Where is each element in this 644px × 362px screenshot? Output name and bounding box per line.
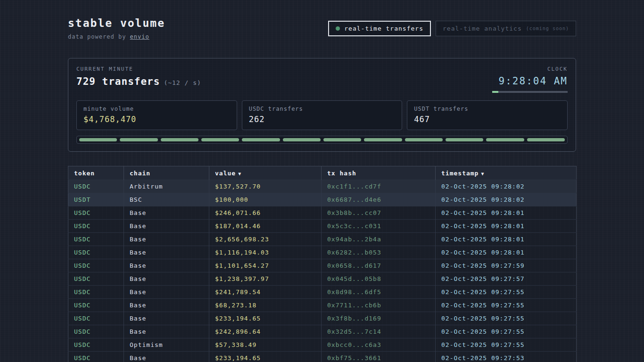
tx-hash-link[interactable]: 0x0658...d617 [322,259,436,272]
column-header-timestamp[interactable]: timestamp▼ [436,166,577,180]
column-header-value[interactable]: value▼ [209,166,322,180]
topbar: stable volume data powered by envio real… [68,17,576,40]
minute-segments-bar [76,136,568,144]
minute-segment [364,138,402,141]
stat-box-minute-volume: minute volume$4,768,470 [76,100,237,130]
minute-segment [486,138,524,141]
token-cell: USDC [68,325,124,338]
stat-label: minute volume [83,106,230,112]
tx-hash-link[interactable]: 0xbcc0...c6a3 [322,338,436,352]
chain-cell: BSC [124,193,209,206]
tab-real-time-analytics[interactable]: real-time analytics (coming soon) [436,21,576,36]
table-row: USDTBSC$100,0000x6687...d4e602-Oct-2025 … [68,193,577,206]
table-row: USDCBase$241,789.540x8d98...6df502-Oct-2… [68,286,577,299]
current-minute-block: CURRENT MINUTE 729 transfers (~12 / s) [76,66,201,87]
token-cell: USDC [68,206,124,220]
tx-hash-link[interactable]: 0x8d98...6df5 [322,286,436,299]
live-dot-icon [336,26,340,31]
token-cell: USDC [68,233,124,246]
value-cell: $1,101,654.27 [209,259,322,272]
table-row: USDCBase$187,014.460x5c3c...c03102-Oct-2… [68,220,577,233]
token-cell: USDC [68,259,124,272]
current-minute-panel: CURRENT MINUTE 729 transfers (~12 / s) C… [68,58,576,152]
tx-hash-link[interactable]: 0x5c3c...c031 [322,220,436,233]
timestamp-cell: 02-Oct-2025 09:27:57 [436,272,577,286]
clock-block: CLOCK 9:28:04 AM [492,66,568,93]
token-cell: USDC [68,312,124,325]
token-cell: USDC [68,352,124,362]
table-row: USDCBase$68,273.180x7711...cb6b02-Oct-20… [68,299,577,312]
tx-hash-link[interactable]: 0x94ab...2b4a [322,233,436,246]
chain-cell: Base [124,206,209,220]
transfers-line: 729 transfers (~12 / s) [76,76,201,87]
minute-segment [79,138,117,141]
minute-segment [527,138,565,141]
value-cell: $1,116,194.03 [209,246,322,259]
value-cell: $187,014.46 [209,220,322,233]
timestamp-cell: 02-Oct-2025 09:28:01 [436,246,577,259]
page-subtitle: data powered by envio [68,33,165,40]
chain-cell: Base [124,259,209,272]
tab-real-time-transfers[interactable]: real-time transfers [328,21,431,36]
table-row: USDCBase$1,238,397.970x045d...05b802-Oct… [68,272,577,286]
table-header-row: tokenchainvalue▼tx hashtimestamp▼ [68,166,577,180]
value-cell: $233,194.65 [209,312,322,325]
tx-hash-link[interactable]: 0x6687...d4e6 [322,193,436,206]
chain-cell: Base [124,352,209,362]
clock-label: CLOCK [492,66,568,72]
tx-hash-link[interactable]: 0xbf75...3661 [322,352,436,362]
column-header-chain: chain [124,166,209,180]
tx-hash-link[interactable]: 0x3f8b...d169 [322,312,436,325]
table-row: USDCBase$246,071.660x3b8b...cc0702-Oct-2… [68,206,577,220]
tx-hash-link[interactable]: 0x3b8b...cc07 [322,206,436,220]
table-row: USDCBase$242,896.640x32d5...7c1402-Oct-2… [68,325,577,338]
timestamp-cell: 02-Oct-2025 09:27:55 [436,299,577,312]
chain-cell: Base [124,325,209,338]
table-row: USDCArbitrum$137,527.700xc1f1...cd7f02-O… [68,180,577,193]
table-body: USDCArbitrum$137,527.700xc1f1...cd7f02-O… [68,180,577,362]
page-title: stable volume [68,17,165,29]
minute-progress-bar [492,91,568,93]
token-cell: USDC [68,286,124,299]
value-cell: $57,338.49 [209,338,322,352]
minute-segment [201,138,239,141]
minute-segment [242,138,280,141]
chain-cell: Arbitrum [124,180,209,193]
timestamp-cell: 02-Oct-2025 09:27:55 [436,312,577,325]
minute-segment [120,138,157,141]
subtitle-text: data powered by [68,33,130,40]
tab-label: real-time analytics [443,25,522,32]
value-cell: $242,896.64 [209,325,322,338]
stat-box-usdc-transfers: USDC transfers262 [242,100,403,130]
token-cell: USDC [68,180,124,193]
timestamp-cell: 02-Oct-2025 09:27:55 [436,286,577,299]
value-cell: $233,194.65 [209,352,322,362]
tx-hash-link[interactable]: 0xc1f1...cd7f [322,180,436,193]
coming-soon-badge: (coming soon) [526,26,569,31]
tx-hash-link[interactable]: 0x32d5...7c14 [322,325,436,338]
value-cell: $100,000 [209,193,322,206]
table-row: USDCBase$1,101,654.270x0658...d61702-Oct… [68,259,577,272]
transfers-rate: (~12 / s) [164,79,201,86]
tab-label: real-time transfers [344,25,423,32]
timestamp-cell: 02-Oct-2025 09:28:02 [436,180,577,193]
token-cell: USDC [68,338,124,352]
table-row: USDCBase$2,656,698.230x94ab...2b4a02-Oct… [68,233,577,246]
timestamp-cell: 02-Oct-2025 09:28:02 [436,193,577,206]
tx-hash-link[interactable]: 0x7711...cb6b [322,299,436,312]
timestamp-cell: 02-Oct-2025 09:28:01 [436,220,577,233]
token-cell: USDC [68,272,124,286]
stat-label: USDT transfers [414,106,561,112]
value-cell: $68,273.18 [209,299,322,312]
timestamp-cell: 02-Oct-2025 09:28:01 [436,233,577,246]
envio-link[interactable]: envio [130,33,149,40]
table-row: USDCBase$233,194.650x3f8b...d16902-Oct-2… [68,312,577,325]
tx-hash-link[interactable]: 0x045d...05b8 [322,272,436,286]
stat-boxes: minute volume$4,768,470USDC transfers262… [76,100,568,130]
value-cell: $2,656,698.23 [209,233,322,246]
stat-label: USDC transfers [249,106,396,112]
token-cell: USDC [68,220,124,233]
sort-desc-icon: ▼ [481,171,484,176]
chain-cell: Base [124,220,209,233]
tx-hash-link[interactable]: 0x6282...b053 [322,246,436,259]
